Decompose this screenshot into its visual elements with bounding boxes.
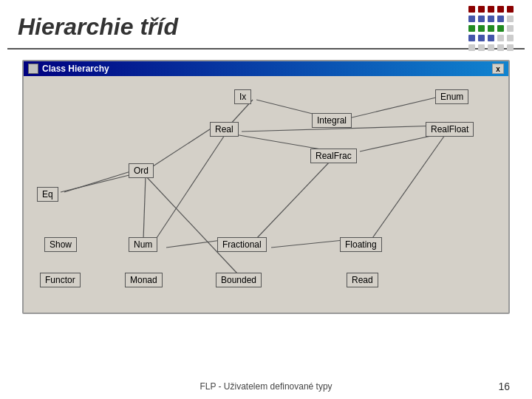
node-realfloat: RealFloat bbox=[426, 122, 474, 137]
hierarchy-lines bbox=[24, 76, 508, 313]
decoration-dot bbox=[468, 6, 475, 13]
decoration-dot bbox=[488, 44, 494, 51]
decoration-dot bbox=[497, 16, 504, 22]
decoration-dot bbox=[488, 35, 494, 41]
page-title: Hierarchie tříd bbox=[18, 13, 514, 41]
node-show: Show bbox=[44, 237, 77, 252]
svg-line-14 bbox=[64, 171, 133, 192]
node-monad: Monad bbox=[125, 273, 163, 287]
window-icon bbox=[28, 64, 38, 74]
window-titlebar: Class Hierarchy x bbox=[24, 61, 508, 76]
decoration-dot bbox=[478, 44, 485, 51]
decoration-dot bbox=[478, 6, 485, 13]
window-body: Ix Integral Enum Real RealFrac RealFloat… bbox=[24, 76, 508, 313]
hierarchy-window: Class Hierarchy x bbox=[22, 60, 510, 314]
decoration-dot bbox=[497, 35, 504, 41]
node-enum: Enum bbox=[435, 89, 468, 104]
decoration-dot bbox=[497, 6, 504, 13]
decoration-dot bbox=[468, 25, 475, 32]
node-bounded: Bounded bbox=[216, 273, 262, 287]
close-button[interactable]: x bbox=[492, 64, 504, 74]
footer-text: FLP - Uživatelem definované typy bbox=[200, 381, 332, 392]
decoration-dot bbox=[507, 25, 514, 32]
node-floating: Floating bbox=[340, 237, 382, 252]
svg-line-8 bbox=[61, 174, 132, 192]
decoration-dot bbox=[478, 16, 485, 22]
decoration-dot bbox=[507, 35, 514, 41]
node-eq: Eq bbox=[37, 187, 58, 202]
node-fractional: Fractional bbox=[217, 237, 267, 252]
main-content: Class Hierarchy x bbox=[0, 50, 532, 320]
node-read: Read bbox=[347, 273, 378, 287]
decoration-dot bbox=[507, 16, 514, 22]
node-functor: Functor bbox=[40, 273, 81, 287]
decoration-dot bbox=[497, 44, 504, 51]
svg-line-2 bbox=[349, 95, 449, 118]
node-integral: Integral bbox=[312, 113, 352, 128]
decoration-dot bbox=[468, 16, 475, 22]
svg-line-5 bbox=[155, 135, 225, 240]
decoration-dot bbox=[478, 25, 485, 32]
footer: FLP - Uživatelem definované typy 16 bbox=[0, 381, 532, 392]
svg-line-11 bbox=[255, 161, 330, 240]
decoration-dot bbox=[468, 44, 475, 51]
node-ord: Ord bbox=[129, 163, 154, 178]
titlebar-left: Class Hierarchy bbox=[28, 64, 109, 74]
svg-line-10 bbox=[271, 240, 344, 248]
window-title: Class Hierarchy bbox=[42, 64, 109, 74]
decoration-dot bbox=[488, 25, 494, 32]
node-realfrac: RealFrac bbox=[310, 149, 357, 163]
svg-line-12 bbox=[371, 135, 445, 240]
node-real: Real bbox=[210, 122, 239, 137]
decoration-dot bbox=[488, 6, 494, 13]
dots-decoration bbox=[468, 6, 514, 52]
node-ix: Ix bbox=[234, 89, 251, 104]
decoration-dot bbox=[497, 25, 504, 32]
node-num: Num bbox=[129, 237, 157, 252]
svg-line-15 bbox=[146, 176, 238, 274]
header: Hierarchie tříd bbox=[0, 0, 532, 48]
svg-line-9 bbox=[166, 240, 222, 248]
svg-line-7 bbox=[153, 126, 214, 166]
svg-line-13 bbox=[143, 176, 146, 240]
decoration-dot bbox=[468, 35, 475, 41]
decoration-dot bbox=[507, 6, 514, 13]
decoration-dot bbox=[488, 16, 494, 22]
decoration-dot bbox=[478, 35, 485, 41]
decoration-dot bbox=[507, 44, 514, 51]
footer-page: 16 bbox=[498, 381, 510, 392]
